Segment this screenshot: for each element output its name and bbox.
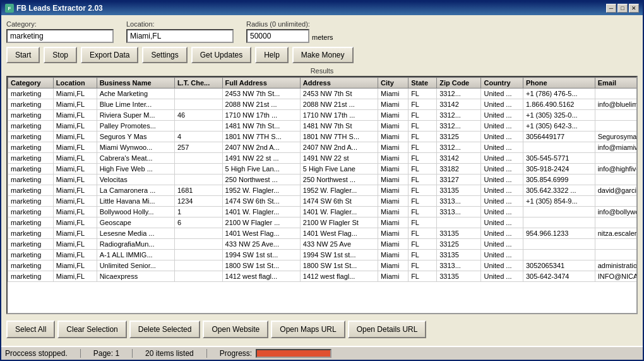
table-cell: Little Havana Mi... <box>97 196 174 207</box>
data-table: Category Location Business Name L.T. Che… <box>8 77 638 282</box>
table-cell: United ... <box>481 174 523 185</box>
table-cell <box>174 271 222 282</box>
table-cell: Miami,FL <box>53 207 97 217</box>
table-cell: info@bluelimein... <box>595 99 638 110</box>
table-cell: 1481 NW 7th St <box>300 121 378 132</box>
table-row[interactable]: marketingMiami,FLBlue Lime Inter...2088 … <box>8 99 638 110</box>
table-cell: 46 <box>174 110 222 121</box>
table-row[interactable]: marketingMiami,FLSeguros Y Mas41801 NW 7… <box>8 132 638 142</box>
delete-selected-button[interactable]: Delete Selected <box>129 321 201 338</box>
table-row[interactable]: marketingMiami,FLRiviera Super M...46171… <box>8 110 638 121</box>
table-row[interactable]: marketingMiami,FLRadiografiaMun...433 NW… <box>8 239 638 250</box>
table-cell: 1994 SW 1st st... <box>222 250 300 260</box>
table-cell: Miami <box>378 239 408 250</box>
col-country[interactable]: Country <box>481 78 523 89</box>
table-cell: Miami Wynwoo... <box>97 142 174 153</box>
close-button[interactable]: ✕ <box>629 4 639 13</box>
start-button[interactable]: Start <box>6 47 40 63</box>
table-row[interactable]: marketingMiami,FLLesesne Media ...1401 W… <box>8 228 638 239</box>
table-row[interactable]: marketingMiami,FLUnlimited Senior...1800… <box>8 260 638 271</box>
clear-selection-button[interactable]: Clear Selection <box>57 321 126 338</box>
table-cell: Miami <box>378 89 408 99</box>
col-address[interactable]: Address <box>300 78 378 89</box>
table-cell: +1 (305) 854-9... <box>523 196 595 207</box>
table-cell: marketing <box>8 153 54 164</box>
table-cell <box>174 99 222 110</box>
table-row[interactable]: marketingMiami,FLCabrera's Meat...1491 N… <box>8 153 638 164</box>
col-city[interactable]: City <box>378 78 408 89</box>
make-money-button[interactable]: Make Money <box>292 47 354 63</box>
table-cell: Miami <box>378 260 408 271</box>
table-row[interactable]: marketingMiami,FLVelocitas250 Northwest … <box>8 174 638 185</box>
status-divider-2 <box>132 349 133 358</box>
table-cell: 33135 <box>437 185 481 196</box>
table-cell: 3312... <box>437 110 481 121</box>
help-button[interactable]: Help <box>255 47 289 63</box>
location-input[interactable] <box>126 29 234 43</box>
col-location[interactable]: Location <box>53 78 97 89</box>
open-details-button[interactable]: Open Details URL <box>348 321 427 338</box>
table-cell: marketing <box>8 228 54 239</box>
table-cell: marketing <box>8 185 54 196</box>
category-input[interactable] <box>6 29 114 43</box>
select-all-button[interactable]: Select All <box>6 321 55 338</box>
table-cell: FL <box>408 132 437 142</box>
table-row[interactable]: marketingMiami,FLBollywood Holly...11401… <box>8 207 638 217</box>
table-row[interactable]: marketingMiami,FLGeoscape62100 W Flagler… <box>8 217 638 228</box>
status-divider-3 <box>206 349 207 358</box>
table-row[interactable]: marketingMiami,FLA-1 ALL IMMIG...1994 SW… <box>8 250 638 260</box>
radius-input[interactable] <box>246 29 309 43</box>
table-cell: 33125 <box>437 132 481 142</box>
table-cell: FL <box>408 250 437 260</box>
table-row[interactable]: marketingMiami,FLLittle Havana Mi...1234… <box>8 196 638 207</box>
table-cell <box>523 217 595 228</box>
app-icon: F <box>5 4 14 13</box>
table-row[interactable]: marketingMiami,FLNicaexpress1412 west fl… <box>8 271 638 282</box>
table-row[interactable]: marketingMiami,FLAche Marketing2453 NW 7… <box>8 89 638 99</box>
table-cell: High Five Web ... <box>97 164 174 174</box>
data-table-container[interactable]: Category Location Business Name L.T. Che… <box>6 76 638 314</box>
open-maps-button[interactable]: Open Maps URL <box>271 321 345 338</box>
col-category[interactable]: Category <box>8 78 54 89</box>
export-button[interactable]: Export Data <box>81 47 138 63</box>
table-cell: Miami,FL <box>53 196 97 207</box>
progress-bar-container <box>256 349 331 358</box>
table-cell: marketing <box>8 207 54 217</box>
maximize-button[interactable]: □ <box>617 4 628 13</box>
table-cell: Ache Marketing <box>97 89 174 99</box>
table-cell: 4 <box>174 132 222 142</box>
table-cell: marketing <box>8 99 54 110</box>
stop-button[interactable]: Stop <box>44 47 77 63</box>
settings-button[interactable]: Settings <box>142 47 187 63</box>
table-cell: marketing <box>8 250 54 260</box>
table-cell: +1 (786) 476-5... <box>523 89 595 99</box>
col-lt-check[interactable]: L.T. Che... <box>174 78 222 89</box>
table-cell: 305-642-3474 <box>523 271 595 282</box>
table-cell: 1234 <box>174 196 222 207</box>
col-business-name[interactable]: Business Name <box>97 78 174 89</box>
col-phone[interactable]: Phone <box>523 78 595 89</box>
progress-section: Progress: <box>220 349 331 358</box>
table-cell: 1401 W. Flagler... <box>222 207 300 217</box>
table-cell <box>174 250 222 260</box>
col-full-address[interactable]: Full Address <box>222 78 300 89</box>
table-cell: 1 <box>174 207 222 217</box>
updates-button[interactable]: Get Updates <box>191 47 251 63</box>
table-cell: 1491 NW 22 st ... <box>222 153 300 164</box>
table-cell: Miami <box>378 99 408 110</box>
table-row[interactable]: marketingMiami,FLPalley Promotes...1481 … <box>8 121 638 132</box>
col-zip[interactable]: Zip Code <box>437 78 481 89</box>
table-cell: Miami <box>378 174 408 185</box>
location-group: Location: <box>126 20 234 43</box>
table-cell: administration... <box>595 260 638 271</box>
table-row[interactable]: marketingMiami,FLLa Camaronera ...168119… <box>8 185 638 196</box>
open-website-button[interactable]: Open Website <box>203 321 268 338</box>
col-state[interactable]: State <box>408 78 437 89</box>
minimize-button[interactable]: ─ <box>606 4 616 13</box>
table-row[interactable]: marketingMiami,FLHigh Five Web ...5 High… <box>8 164 638 174</box>
table-cell: Miami <box>378 110 408 121</box>
col-email[interactable]: Email <box>595 78 638 89</box>
table-cell: INFO@NICAEX... <box>595 271 638 282</box>
table-row[interactable]: marketingMiami,FLMiami Wynwoo...2572407 … <box>8 142 638 153</box>
table-cell: FL <box>408 89 437 99</box>
